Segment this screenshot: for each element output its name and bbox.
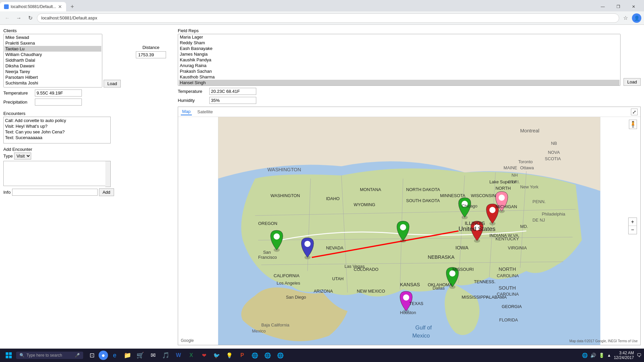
map-container: Map Satellite ⤢ 🧍 xyxy=(178,107,641,345)
svg-text:Gulf of: Gulf of xyxy=(415,324,432,331)
precipitation-row: Precipitation xyxy=(3,99,121,106)
minimize-button[interactable]: — xyxy=(595,1,610,12)
distance-label: Distance xyxy=(143,45,160,50)
svg-text:TENNESS.: TENNESS. xyxy=(474,279,495,284)
svg-text:NORTH: NORTH xyxy=(495,186,511,191)
back-button[interactable]: ← xyxy=(3,13,12,23)
svg-text:Las Vegas: Las Vegas xyxy=(344,264,365,269)
encounter-textarea-container xyxy=(3,161,111,187)
svg-text:Ottawa: Ottawa xyxy=(520,165,534,170)
clients-list[interactable]: Mike SewadPrakriti SaxenaTaotao LuWillia… xyxy=(3,34,102,87)
svg-text:SCOTIA: SCOTIA xyxy=(545,156,561,161)
type-label: Type xyxy=(3,154,13,159)
svg-point-14 xyxy=(400,224,406,230)
info-input[interactable] xyxy=(12,189,98,196)
tab-map[interactable]: Map xyxy=(181,108,192,115)
svg-text:San: San xyxy=(263,250,271,255)
browser-tab-bar: localhost:50881/Default... ✕ + — ❐ ✕ xyxy=(0,0,644,11)
forward-button[interactable]: → xyxy=(14,13,23,23)
precipitation-input[interactable] xyxy=(35,99,82,106)
precipitation-label: Precipitation xyxy=(3,100,34,105)
field-reps-load-button[interactable]: Load xyxy=(624,78,641,86)
svg-text:MINNESOTA: MINNESOTA xyxy=(440,193,466,198)
browser-chrome: localhost:50881/Default... ✕ + — ❐ ✕ ← →… xyxy=(0,0,644,25)
humidity-label: Humidity xyxy=(178,98,208,103)
svg-text:MD.: MD. xyxy=(520,224,528,229)
encounter-textarea[interactable] xyxy=(3,161,106,186)
left-panel: Clients Mike SewadPrakriti SaxenaTaotao … xyxy=(3,28,124,345)
info-row: Info Add xyxy=(3,188,121,196)
svg-point-22 xyxy=(498,195,504,201)
reload-button[interactable]: ↻ xyxy=(25,13,35,23)
bookmark-icon[interactable]: ☆ xyxy=(621,14,630,22)
map-svg: United States KANSAS NEBRASKA IOWA ILLIN… xyxy=(178,117,640,345)
distance-value[interactable] xyxy=(136,51,166,58)
list-item[interactable]: Call: Add corvette to auto policy xyxy=(4,118,110,123)
svg-point-26 xyxy=(403,294,409,300)
zoom-out-button[interactable]: − xyxy=(629,226,637,234)
svg-text:New York: New York xyxy=(520,184,539,189)
encounters-list[interactable]: Call: Add corvette to auto policyVisit: … xyxy=(3,117,111,143)
tab-satellite[interactable]: Satellite xyxy=(196,109,214,115)
type-select[interactable]: Visit Call Text xyxy=(14,153,31,160)
maximize-button[interactable]: ❐ xyxy=(610,1,626,12)
svg-text:OREGON: OREGON xyxy=(258,221,277,226)
svg-text:MONTANA: MONTANA xyxy=(360,187,381,192)
temperature-label: Temperature xyxy=(3,90,34,96)
fullscreen-button[interactable]: ⤢ xyxy=(631,109,638,115)
zoom-in-button[interactable]: + xyxy=(629,218,637,226)
svg-text:Philadelphia: Philadelphia xyxy=(542,212,566,217)
browser-toolbar: ← → ↻ ☆ 👤 xyxy=(0,11,644,25)
address-bar[interactable] xyxy=(37,13,619,23)
add-button[interactable]: Add xyxy=(99,188,114,196)
field-rep-temperature-label: Temperature xyxy=(178,89,208,94)
field-rep-temperature-value: 20.23C 68.41F xyxy=(209,88,256,95)
info-label: Info xyxy=(3,190,11,195)
encounters-label: Encounters xyxy=(3,111,121,116)
svg-text:NORTH: NORTH xyxy=(498,266,516,272)
svg-point-28 xyxy=(274,233,280,239)
svg-text:San Diego: San Diego xyxy=(286,295,306,300)
svg-text:Toronto: Toronto xyxy=(518,159,533,164)
svg-text:NORTH DAKOTA: NORTH DAKOTA xyxy=(406,187,440,192)
tab-title: localhost:50881/Default... xyxy=(11,4,56,9)
map-toolbar: Map Satellite ⤢ xyxy=(178,107,640,117)
humidity-value: 35% xyxy=(209,97,256,104)
main-area: Clients Mike SewadPrakriti SaxenaTaotao … xyxy=(3,28,641,345)
type-row: Type Visit Call Text xyxy=(3,153,121,160)
svg-text:CAROLINA: CAROLINA xyxy=(497,292,519,297)
svg-text:Los Angeles: Los Angeles xyxy=(277,281,300,286)
svg-text:TEXAS: TEXAS xyxy=(409,301,423,306)
svg-text:MISSOURI: MISSOURI xyxy=(452,267,474,272)
list-item[interactable]: Visit: HeyI What's up? xyxy=(4,123,110,129)
svg-text:IOWA: IOWA xyxy=(455,245,469,250)
profile-button[interactable]: 👤 xyxy=(632,13,641,23)
encounters-section: Encounters Call: Add corvette to auto po… xyxy=(3,111,121,143)
svg-text:CT.RI.: CT.RI. xyxy=(508,179,520,184)
svg-text:Montreal: Montreal xyxy=(520,128,539,133)
list-item[interactable]: Text: Can you see John Cena? xyxy=(4,129,110,135)
svg-text:WASHINGTON: WASHINGTON xyxy=(267,167,301,172)
svg-text:Chicago: Chicago xyxy=(462,203,477,208)
field-reps-list[interactable]: Xinyu Adhikari Sr.Maria LagerReddy ShamE… xyxy=(178,34,621,86)
svg-text:SOUTH: SOUTH xyxy=(498,285,516,291)
svg-text:Mexico: Mexico xyxy=(412,333,430,339)
browser-tab[interactable]: localhost:50881/Default... ✕ xyxy=(0,2,66,11)
svg-text:WISCONSIN: WISCONSIN xyxy=(471,193,496,198)
pegman-button[interactable]: 🧍 xyxy=(629,120,637,129)
window-controls: — ❐ ✕ xyxy=(595,1,644,12)
svg-text:Dallas: Dallas xyxy=(433,286,445,291)
new-tab-icon[interactable]: + xyxy=(67,2,77,11)
page-content: Clients Mike SewadPrakriti SaxenaTaotao … xyxy=(0,25,644,349)
map-background: United States KANSAS NEBRASKA IOWA ILLIN… xyxy=(178,117,640,345)
svg-text:FLORIDA: FLORIDA xyxy=(499,317,518,322)
temperature-value: 9.55C 49.19F xyxy=(35,89,82,97)
clients-load-button[interactable]: Load xyxy=(104,80,121,87)
svg-text:Houston: Houston xyxy=(400,310,416,315)
field-reps-label: Field Reps xyxy=(178,28,641,33)
list-item[interactable]: Text: Sucenaaaaaa xyxy=(4,135,110,140)
tab-close-icon[interactable]: ✕ xyxy=(58,4,62,9)
field-rep-temperature-row: Temperature 20.23C 68.41F xyxy=(178,88,641,95)
close-button[interactable]: ✕ xyxy=(626,1,641,12)
svg-text:WYOMING: WYOMING xyxy=(354,202,375,207)
